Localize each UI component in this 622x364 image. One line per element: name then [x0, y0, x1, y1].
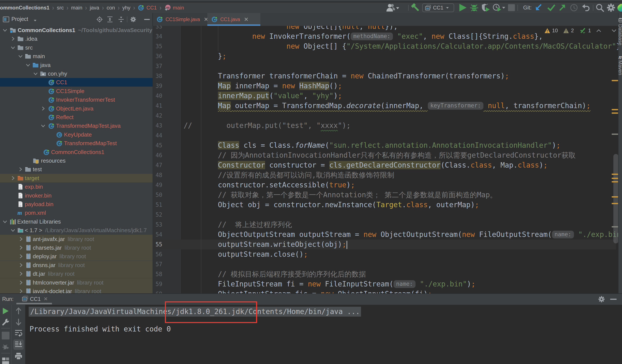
- project-panel-title[interactable]: Project: [11, 16, 28, 22]
- breadcrumb-src[interactable]: src: [57, 5, 64, 11]
- error-stripe-mark[interactable]: [612, 80, 618, 81]
- chevron-down-icon[interactable]: [2, 27, 8, 33]
- code-line-51[interactable]: Object obj = constructor.newInstance(Tar…: [218, 200, 479, 210]
- error-stripe-mark[interactable]: [612, 174, 618, 175]
- code-line-33[interactable]: new Object[]{null, null}),: [286, 26, 398, 32]
- project-dropdown-icon[interactable]: [33, 18, 38, 23]
- error-stripe-mark[interactable]: [612, 203, 618, 204]
- hide-run-panel-icon[interactable]: [610, 296, 617, 303]
- code-line-39[interactable]: Map innerMap = new HashMap();: [218, 81, 342, 91]
- tree-row-external-libraries[interactable]: External Libraries: [0, 217, 153, 226]
- edit-configuration-wrench-icon[interactable]: [2, 318, 9, 326]
- chevron-down-icon[interactable]: [40, 123, 46, 128]
- error-stripe-mark[interactable]: [612, 181, 618, 182]
- previous-problem-icon[interactable]: [596, 29, 602, 33]
- tree-row-javafx-doclet-jar[interactable]: javafx-doclet.jarlibrary root: [0, 287, 153, 293]
- tree-row-deploy-jar[interactable]: deploy.jarlibrary root: [0, 252, 153, 261]
- debug-button[interactable]: [469, 2, 479, 13]
- git-update-icon[interactable]: [534, 2, 542, 13]
- error-stripe-mark[interactable]: [612, 196, 618, 198]
- history-icon[interactable]: [570, 2, 578, 13]
- chevron-right-icon[interactable]: [18, 262, 24, 268]
- code-line-56[interactable]: outputStream.close();: [218, 249, 308, 259]
- run-button[interactable]: [458, 2, 467, 13]
- tree-row-con-yhy[interactable]: con.yhy: [0, 69, 153, 78]
- run-tab[interactable]: CC1 ✕: [16, 294, 52, 305]
- chevron-right-icon[interactable]: [18, 254, 24, 259]
- search-everywhere-icon[interactable]: [595, 2, 604, 13]
- console-exit-line[interactable]: Process finished with exit code 0: [30, 324, 171, 334]
- tree-row-charsets-jar[interactable]: charsets.jarlibrary root: [0, 243, 153, 252]
- editor-tab-cc1simple-java[interactable]: CCC1Simple.java✕: [153, 13, 207, 26]
- breadcrumb-java[interactable]: java: [90, 5, 99, 11]
- error-stripe-mark[interactable]: [612, 133, 618, 135]
- panel-options-gear-icon[interactable]: [130, 16, 136, 22]
- chevron-right-icon[interactable]: [10, 36, 16, 42]
- tree-row-cc1[interactable]: CCC1: [0, 78, 153, 87]
- code-line-54[interactable]: ObjectOutputStream outputStream = new Ob…: [218, 230, 622, 239]
- breadcrumb-con[interactable]: con: [107, 5, 115, 11]
- code-line-53[interactable]: // 将上述过程序列化: [218, 220, 292, 230]
- code-line-55[interactable]: outputStream.writeObject(obj);: [218, 239, 347, 249]
- code-editor[interactable]: 33new Object[]{null, null}),34new Invoke…: [153, 26, 622, 293]
- locate-file-icon[interactable]: [97, 16, 103, 22]
- build-hammer-icon[interactable]: [411, 2, 420, 13]
- layout-settings-icon[interactable]: [2, 357, 9, 364]
- chevron-right-icon[interactable]: [40, 106, 46, 111]
- code-line-45[interactable]: Class cls = Class.forName("sun.reflect.a…: [218, 140, 560, 150]
- tree-row-htmlconverter-jar[interactable]: htmlconverter.jarlibrary root: [0, 278, 153, 287]
- error-stripe-mark[interactable]: [612, 178, 618, 179]
- chevron-down-icon[interactable]: [2, 219, 8, 224]
- breadcrumb-yhy[interactable]: yhy: [122, 5, 130, 11]
- users-icon[interactable]: [386, 2, 400, 13]
- tree-row--1-7-[interactable]: < 1.7 >/Library/Java/JavaVirtualMachines…: [0, 226, 153, 235]
- close-icon[interactable]: ✕: [43, 296, 48, 302]
- git-push-icon[interactable]: [559, 2, 566, 13]
- editor-tab-cc1-java[interactable]: CCC1.java✕: [207, 13, 260, 26]
- code-line-49[interactable]: constructor.setAccessible(true);: [218, 180, 355, 190]
- error-stripe-mark[interactable]: [612, 109, 618, 110]
- tree-row-reflect[interactable]: CReflect: [0, 113, 153, 122]
- tree-row-pom-xml[interactable]: mpom.xml: [0, 208, 153, 217]
- inspections-widget[interactable]: 10 2 1: [544, 28, 617, 34]
- breadcrumb-ommoncollections1[interactable]: ommonCollections1: [0, 5, 49, 11]
- code-line-34[interactable]: new InvokerTransformer(methodName: "exec…: [252, 32, 543, 41]
- editor-scrollbar[interactable]: [613, 154, 618, 243]
- tree-row-main[interactable]: main: [0, 52, 153, 60]
- chevron-right-icon[interactable]: [10, 175, 16, 181]
- tree-row-transformedmaptest-java[interactable]: CTransformedMapTest.java: [0, 122, 153, 130]
- hide-panel-icon[interactable]: [144, 16, 150, 22]
- git-commit-icon[interactable]: [547, 2, 556, 13]
- code-line-58[interactable]: // 模拟目标后端程序接受到的序列化后的数据: [218, 269, 366, 279]
- chevron-down-icon[interactable]: [10, 45, 16, 50]
- code-line-40[interactable]: innerMap.put("value", "yhy");: [218, 91, 342, 101]
- code-line-43[interactable]: // outerMap.put("test", "xxxx");: [184, 121, 351, 130]
- stop-button[interactable]: [508, 2, 515, 13]
- print-icon[interactable]: [15, 352, 22, 360]
- code-line-41[interactable]: Map outerMap = TransformedMap.decorate(i…: [218, 101, 591, 111]
- code-line-47[interactable]: Constructor constructor = cls.getDeclare…: [218, 160, 548, 170]
- code-line-59[interactable]: FileInputStream fi = new FileInputStream…: [218, 279, 475, 289]
- tree-row-target[interactable]: target: [0, 174, 153, 182]
- scroll-to-end-icon[interactable]: [15, 341, 22, 348]
- next-problem-icon[interactable]: [611, 29, 617, 33]
- tree-row-dt-jar[interactable]: dt.jarlibrary root: [0, 270, 153, 278]
- chevron-down-icon[interactable]: [33, 71, 38, 76]
- tree-row-objectlen-java[interactable]: CObjectLen.java: [0, 104, 153, 113]
- tree-row-resources[interactable]: resources: [0, 156, 153, 165]
- code-line-50[interactable]: // 获取对象，第一个参数是一个Annotation类； 第二个是参数就是前面构…: [218, 190, 497, 200]
- breadcrumb-cc1[interactable]: CCC1: [138, 4, 157, 11]
- tree-row-transformedmaptest[interactable]: CTransformedMapTest: [0, 139, 153, 147]
- tree-row-cc1simple[interactable]: CCC1Simple: [0, 87, 153, 95]
- tree-row-invoker-bin[interactable]: invoker.bin: [0, 191, 153, 200]
- tree-row-invokertransformertest[interactable]: CInvokerTransformerTest: [0, 95, 153, 104]
- profiler-button[interactable]: [492, 2, 502, 13]
- tree-row-commoncollections1[interactable]: CCommonCollections1: [0, 148, 153, 156]
- tree-row-ant-javafx-jar[interactable]: ant-javafx.jarlibrary root: [0, 235, 153, 243]
- collapse-all-icon[interactable]: [118, 16, 124, 22]
- tree-row--idea[interactable]: .idea: [0, 35, 153, 43]
- tool-window-database[interactable]: Database: [617, 24, 622, 45]
- chevron-right-icon[interactable]: [18, 271, 24, 276]
- tree-row-keyupdate[interactable]: CKeyUpdate: [0, 130, 153, 139]
- code-line-48[interactable]: //设置所有的成员都可以访问,取消构造函数修饰符限制: [218, 170, 394, 180]
